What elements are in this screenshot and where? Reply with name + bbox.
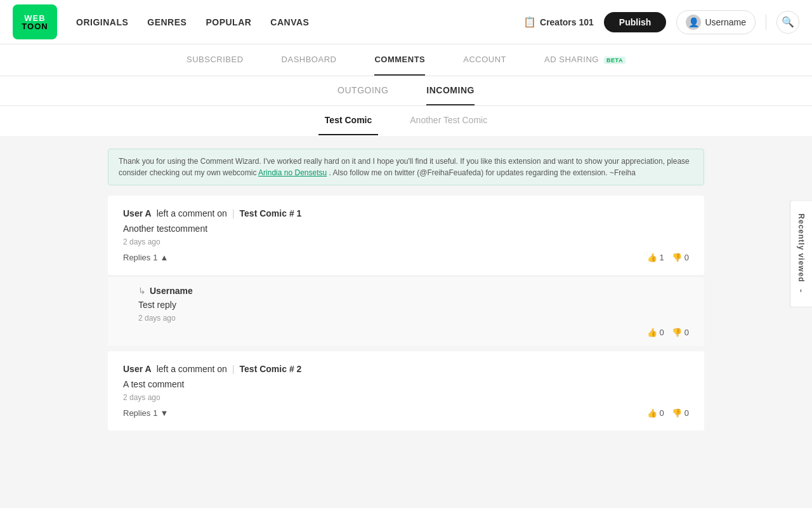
sub-nav-ad-sharing[interactable]: AD SHARING Beta xyxy=(544,44,625,76)
user-avatar: 👤 xyxy=(686,15,701,30)
comment-time-2: 2 days ago xyxy=(123,393,689,402)
comment-time-1: 2 days ago xyxy=(123,237,689,246)
comic-tab-test-comic[interactable]: Test Comic xyxy=(318,106,378,135)
dislike-count-1: 0 xyxy=(684,253,689,262)
thumbs-up-icon-2: 👍 xyxy=(647,408,657,418)
direction-outgoing[interactable]: OUTGOING xyxy=(337,76,388,105)
like-button-2[interactable]: 👍 0 xyxy=(647,408,664,418)
comment-action-1: left a comment on xyxy=(157,208,227,218)
beta-badge: Beta xyxy=(604,57,625,64)
comment-author-2: User A xyxy=(123,364,152,374)
comment-header-2: User A left a comment on | Test Comic # … xyxy=(123,364,689,374)
recently-viewed-chevron-icon: ‹ xyxy=(800,288,802,295)
recently-viewed-label: Recently viewed xyxy=(797,213,806,282)
comment-card-1: User A left a comment on | Test Comic # … xyxy=(108,196,704,275)
logo-web: WEB xyxy=(24,14,45,22)
replies-chevron-1: ▲ xyxy=(160,253,169,262)
nav-item-originals[interactable]: ORIGINALS xyxy=(76,17,128,27)
comment-header-1: User A left a comment on | Test Comic # … xyxy=(123,208,689,218)
vote-group-2: 👍 0 👎 0 xyxy=(647,408,689,418)
comment-comic-1[interactable]: Test Comic # 1 xyxy=(240,208,302,218)
reply-time-1: 2 days ago xyxy=(138,314,689,323)
logo[interactable]: WEB TOON xyxy=(13,4,57,39)
comment-text-1: Another testcomment xyxy=(123,224,689,234)
comment-author-1: User A xyxy=(123,208,152,218)
like-count-1: 1 xyxy=(660,253,664,262)
comment-comic-2[interactable]: Test Comic # 2 xyxy=(240,364,302,374)
reply-vote-group-1: 👍 0 👎 0 xyxy=(647,328,689,337)
nav-item-canvas[interactable]: CANVAS xyxy=(270,17,309,27)
reply-dislike-count-1: 0 xyxy=(684,328,689,337)
reply-footer-1: 👍 0 👎 0 xyxy=(138,328,689,337)
vote-group-1: 👍 1 👎 0 xyxy=(647,253,689,262)
like-count-2: 0 xyxy=(660,408,664,418)
replies-chevron-2: ▼ xyxy=(160,408,169,418)
replies-toggle-2[interactable]: Replies 1 ▼ xyxy=(123,408,168,418)
comic-tab-another-test-comic[interactable]: Another Test Comic xyxy=(403,106,494,135)
wizard-text-2: . Also follow me on twitter (@FreihaFeua… xyxy=(329,168,636,177)
sub-nav-comments[interactable]: COMMENTS xyxy=(374,44,425,76)
wizard-banner: Thank you for using the Comment Wizard. … xyxy=(108,149,704,185)
reply-header-1: ↳ Username xyxy=(138,286,689,296)
reply-dislike-button-1[interactable]: 👎 0 xyxy=(672,328,689,337)
reply-container-1: ↳ Username Test reply 2 days ago 👍 0 👎 0 xyxy=(108,276,704,346)
logo-toon: TOON xyxy=(22,22,48,30)
main-nav: ORIGINALS GENRES POPULAR CANVAS xyxy=(76,17,309,27)
comment-card-2: User A left a comment on | Test Comic # … xyxy=(108,351,704,431)
comment-footer-1: Replies 1 ▲ 👍 1 👎 0 xyxy=(123,253,689,262)
username-button[interactable]: 👤 Username xyxy=(676,10,756,34)
replies-label-1: Replies xyxy=(123,253,150,262)
search-icon: 🔍 xyxy=(782,16,794,28)
thumbs-down-icon-1: 👎 xyxy=(672,253,682,262)
sub-nav: SUBSCRIBED DASHBOARD COMMENTS ACCOUNT AD… xyxy=(0,44,812,76)
sub-nav-account[interactable]: ACCOUNT xyxy=(463,44,506,76)
publish-button[interactable]: Publish xyxy=(604,12,667,32)
creators-101-label: Creators 101 xyxy=(540,17,594,27)
username-label: Username xyxy=(705,17,746,27)
reply-thumbs-up-icon-1: 👍 xyxy=(647,328,657,337)
creators-101-icon: 📋 xyxy=(523,16,536,28)
header-divider xyxy=(766,15,766,30)
comic-tabs: Test Comic Another Test Comic xyxy=(0,106,812,136)
creators-101-link[interactable]: 📋 Creators 101 xyxy=(523,16,594,28)
wizard-link[interactable]: Arindia no Densetsu xyxy=(258,168,327,177)
thumbs-up-icon-1: 👍 xyxy=(647,253,657,262)
reply-thumbs-down-icon-1: 👎 xyxy=(672,328,682,337)
main-content: Thank you for using the Comment Wizard. … xyxy=(0,136,812,508)
replies-label-2: Replies xyxy=(123,408,150,418)
comment-footer-2: Replies 1 ▼ 👍 0 👎 0 xyxy=(123,408,689,418)
sub-nav-subscribed[interactable]: SUBSCRIBED xyxy=(187,44,244,76)
direction-incoming[interactable]: INCOMING xyxy=(426,76,475,105)
header: WEB TOON ORIGINALS GENRES POPULAR CANVAS… xyxy=(0,0,812,44)
thumbs-down-icon-2: 👎 xyxy=(672,408,682,418)
search-button[interactable]: 🔍 xyxy=(776,11,799,34)
comment-sep-1: | xyxy=(232,208,235,218)
like-button-1[interactable]: 👍 1 xyxy=(647,253,664,262)
comment-text-2: A test comment xyxy=(123,379,689,389)
comment-sep-2: | xyxy=(232,364,235,374)
reply-like-count-1: 0 xyxy=(660,328,664,337)
reply-text-1: Test reply xyxy=(138,300,689,310)
reply-arrow-icon-1: ↳ xyxy=(138,286,146,296)
dislike-count-2: 0 xyxy=(684,408,689,418)
header-right: 📋 Creators 101 Publish 👤 Username 🔍 xyxy=(523,10,799,34)
nav-item-popular[interactable]: POPULAR xyxy=(206,17,251,27)
recently-viewed-sidebar[interactable]: Recently viewed ‹ xyxy=(790,200,812,307)
content-wrapper: Thank you for using the Comment Wizard. … xyxy=(95,149,717,431)
comment-action-2: left a comment on xyxy=(157,364,227,374)
sub-nav-dashboard[interactable]: DASHBOARD xyxy=(282,44,337,76)
dislike-button-2[interactable]: 👎 0 xyxy=(672,408,689,418)
reply-author-1: Username xyxy=(150,286,193,296)
direction-nav: OUTGOING INCOMING xyxy=(0,76,812,106)
replies-toggle-1[interactable]: Replies 1 ▲ xyxy=(123,253,168,262)
dislike-button-1[interactable]: 👎 0 xyxy=(672,253,689,262)
reply-like-button-1[interactable]: 👍 0 xyxy=(647,328,664,337)
logo-box: WEB TOON xyxy=(13,4,57,39)
nav-item-genres[interactable]: GENRES xyxy=(147,17,187,27)
